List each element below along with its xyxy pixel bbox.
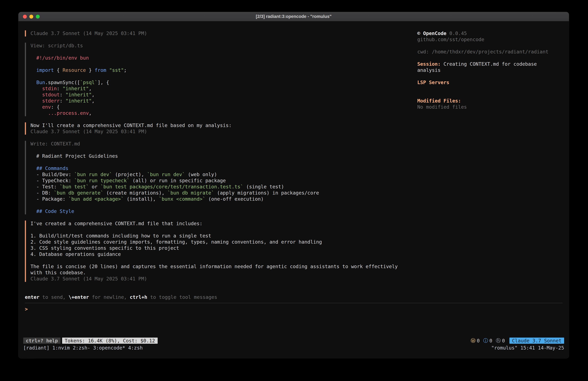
terminal-line <box>30 147 417 153</box>
terminal-line: import { Resource } from "sst"; <box>30 67 417 73</box>
terminal-line: View: script/db.ts <box>30 43 417 49</box>
terminal-line: Claude 3.7 Sonnet (14 May 2025 03:41 PM) <box>30 30 417 37</box>
desktop-background: [2/3] radiant:3:opencode - "romulus" Cla… <box>0 0 588 381</box>
keybind-help: enter to send, \+enter for newline, ctrl… <box>25 294 563 300</box>
terminal-line: LSP Servers <box>417 79 563 86</box>
terminal-line <box>30 227 417 233</box>
terminal-line: Claude 3.7 Sonnet (14 May 2025 03:41 PM) <box>30 129 417 135</box>
terminal-line: Modified Files: <box>417 98 563 104</box>
diagnostic-hints: ⓗ 0 <box>496 337 505 344</box>
terminal-line: I've created a comprehensive CONTEXT.md … <box>30 221 417 227</box>
terminal-line: ...process.env, <box>30 110 417 116</box>
terminal-line: cwd: /home/thdxr/dev/projects/radiant/ra… <box>417 49 563 55</box>
window-titlebar[interactable]: [2/3] radiant:3:opencode - "romulus" <box>18 12 569 21</box>
assistant-message-block: Claude 3.7 Sonnet (14 May 2025 03:41 PM) <box>25 30 417 37</box>
prompt-input[interactable] <box>31 306 563 312</box>
help-badge[interactable]: ctrl+? help <box>23 337 61 344</box>
terminal-line: © OpenCode 0.0.45 <box>417 30 563 37</box>
terminal-line: enter to send, \+enter for newline, ctrl… <box>25 294 563 300</box>
terminal-line: Write: CONTEXT.md <box>30 141 417 147</box>
terminal-line: - TypeCheck: `bun run typecheck` (all) o… <box>30 178 417 184</box>
assistant-message-block: I've created a comprehensive CONTEXT.md … <box>25 221 417 282</box>
tmux-window-list: [radiant] 1:nvim 2:zsh- 3:opencode* 4:zs… <box>23 345 143 351</box>
session-sidebar: © OpenCode 0.0.45github.com/sst/opencode… <box>417 30 563 288</box>
terminal-line <box>30 73 417 79</box>
terminal-line: ## Code Style <box>30 208 417 214</box>
tmux-window-zsh2[interactable]: 2:zsh- <box>73 345 90 351</box>
hint-icon: ⓗ <box>496 337 501 344</box>
terminal-line <box>30 257 417 264</box>
terminal-line: - Test: `bun test` or `bun test packages… <box>30 184 417 190</box>
terminal-line: The file is concise (20 lines) and captu… <box>30 264 417 269</box>
assistant-message-block: Now I'll create a comprehensive CONTEXT.… <box>25 122 417 135</box>
terminal-line: env: { <box>30 104 417 110</box>
tmux-session-name: [radiant] <box>23 345 50 351</box>
tmux-window-nvim[interactable]: 1:nvim <box>52 345 70 351</box>
terminal-line: ## Commands <box>30 165 417 171</box>
terminal-line: Bun.spawnSync([`psql`], { <box>30 79 417 86</box>
info-count: 0 <box>489 338 492 344</box>
chat-transcript: Claude 3.7 Sonnet (14 May 2025 03:41 PM)… <box>25 30 417 288</box>
terminal-content: Claude 3.7 Sonnet (14 May 2025 03:41 PM)… <box>18 21 569 337</box>
terminal-line: # Radiant Project Guidelines <box>30 153 417 159</box>
terminal-line: No modified files <box>417 104 563 110</box>
terminal-line: - DB: `bun db generate` (create migratio… <box>30 190 417 196</box>
input-editor-area: enter to send, \+enter for newline, ctrl… <box>25 294 563 337</box>
terminal-window: [2/3] radiant:3:opencode - "romulus" Cla… <box>18 12 569 359</box>
terminal-line: 2. Code style guidelines covering import… <box>30 239 417 245</box>
hint-count: 0 <box>502 338 505 344</box>
terminal-line: 4. Database operations guidance <box>30 251 417 257</box>
terminal-line <box>30 159 417 165</box>
terminal-line: github.com/sst/opencode <box>417 37 563 43</box>
terminal-line <box>417 55 563 61</box>
terminal-line: with this codebase. <box>30 269 417 276</box>
tmux-window-zsh4[interactable]: 4:zsh <box>128 345 143 351</box>
tool-view-block: View: script/db.ts #!/usr/bin/env bun im… <box>25 43 417 116</box>
terminal-line: - Package: `bun add <package>` (install)… <box>30 196 417 202</box>
diagnostic-info: ⓘ 0 <box>483 337 492 344</box>
info-icon: ⓘ <box>483 337 488 344</box>
tool-write-block: Write: CONTEXT.md # Radiant Project Guid… <box>25 141 417 214</box>
terminal-line: stderr: "inherit", <box>30 98 417 104</box>
tmux-host-clock: "romulus" 15:41 14-May-25 <box>491 345 564 351</box>
tokens-cost-badge: Tokens: 16.4K (8%), Cost: $0.12 <box>62 337 158 344</box>
terminal-line <box>30 202 417 208</box>
warning-icon: Ⓦ <box>471 337 476 344</box>
terminal-line <box>30 49 417 55</box>
terminal-line: #!/usr/bin/env bun <box>30 55 417 61</box>
terminal-line: 1. Build/lint/test commands including ho… <box>30 233 417 239</box>
tmux-window-opencode[interactable]: 3:opencode* <box>93 345 125 351</box>
editor-empty-space <box>25 312 563 337</box>
terminal-line: 3. CSS styling conventions specific to t… <box>30 245 417 251</box>
terminal-line <box>417 86 563 92</box>
terminal-line: Session: Creating CONTEXT.md for codebas… <box>417 61 563 67</box>
diagnostic-warnings: Ⓦ 0 <box>471 337 480 344</box>
terminal-line <box>417 92 563 98</box>
prompt-line: > <box>25 303 563 312</box>
status-bar: ctrl+? help Tokens: 16.4K (8%), Cost: $0… <box>23 337 564 344</box>
warning-count: 0 <box>477 338 480 344</box>
prompt-symbol: > <box>25 306 28 312</box>
terminal-line <box>30 61 417 67</box>
terminal-line: - Build/Dev: `bun run dev` (project), `b… <box>30 171 417 178</box>
terminal-line: Claude 3.7 Sonnet (14 May 2025 03:41 PM) <box>30 276 417 282</box>
terminal-line <box>417 73 563 79</box>
model-badge[interactable]: Claude 3.7 Sonnet <box>509 337 564 344</box>
terminal-line: Now I'll create a comprehensive CONTEXT.… <box>30 122 417 129</box>
terminal-line: analysis <box>417 67 563 73</box>
terminal-line <box>417 43 563 49</box>
terminal-line: stdout: "inherit", <box>30 92 417 98</box>
terminal-line: stdin: "inherit", <box>30 86 417 92</box>
tmux-status-bar: [radiant] 1:nvim 2:zsh- 3:opencode* 4:zs… <box>23 344 564 351</box>
window-title: [2/3] radiant:3:opencode - "romulus" <box>18 14 569 19</box>
